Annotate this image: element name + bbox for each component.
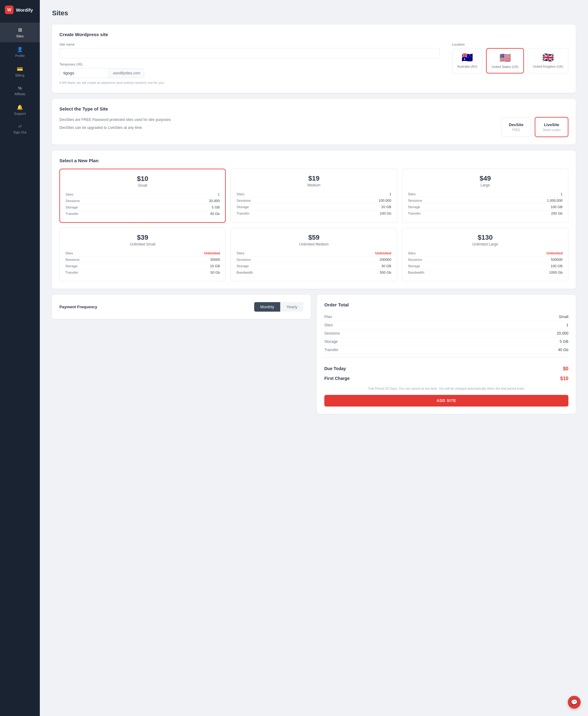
first-charge-value: $10 xyxy=(560,376,568,382)
type-dev-sub: FREE xyxy=(512,128,520,132)
plan-unlimitedlarge-price: $130 xyxy=(408,234,563,241)
signout-icon: ⏎ xyxy=(18,124,22,129)
flag-au: 🇦🇺 xyxy=(462,52,473,63)
location-label: Location xyxy=(452,43,568,46)
sidebar-nav: ⊞ Sites 👤 Profile 💳 Billing % Affiliate … xyxy=(0,23,40,138)
profile-icon: 👤 xyxy=(17,46,23,52)
order-first-charge: First Charge $10 xyxy=(324,375,568,383)
chat-icon: 💬 xyxy=(571,699,578,706)
plan-large[interactable]: $49 Large Sites1 Sessions1,000,000 Stora… xyxy=(402,169,568,223)
plan-unlimitedmedium-bandwidth: Bandwidth500 Gb xyxy=(236,269,391,276)
sidebar-item-billing[interactable]: 💳 Billing xyxy=(0,62,40,82)
site-type-card: Select the Type of Site DevSites are FRE… xyxy=(52,99,576,145)
sidebar-item-affiliate-label: Affiliate xyxy=(14,92,25,96)
location-us[interactable]: 🇺🇸 United States (US) xyxy=(486,48,524,73)
plan-unlimitedsmall-storage: Storage10 GB xyxy=(65,263,220,269)
flag-us: 🇺🇸 xyxy=(500,52,511,63)
sidebar-item-support[interactable]: 🔔 Support xyxy=(0,100,40,120)
site-type-desc: DevSites are FREE Password protected sit… xyxy=(59,117,495,133)
order-storage: Storage 5 GB xyxy=(324,338,568,346)
add-site-button[interactable]: ADD SITE xyxy=(324,395,568,407)
type-live[interactable]: LiveSite Select a plan xyxy=(535,117,568,137)
billing-icon: 💳 xyxy=(17,66,23,72)
logo-text: Wordify xyxy=(16,7,33,13)
form-hint: If left blank, we will create an awesome… xyxy=(59,81,440,85)
logo-icon: W xyxy=(5,5,14,14)
plan-unlimited-small[interactable]: $39 Unlimited Small SitesUnlimited Sessi… xyxy=(59,228,226,281)
plan-small-transfer: Transfer40 Gb xyxy=(65,211,219,217)
location-cards: 🇦🇺 Australia (AU) 🇺🇸 United States (US) … xyxy=(452,48,568,73)
first-charge-label: First Charge xyxy=(324,376,350,382)
type-live-name: LiveSite xyxy=(544,123,559,127)
plan-large-sites: Sites1 xyxy=(408,191,563,197)
plan-unlimitedmedium-sessions: Sessions200000 xyxy=(236,257,391,263)
plans-title: Select a New Plan xyxy=(59,158,568,163)
sites-icon: ⊞ xyxy=(18,27,22,33)
plan-unlimitedsmall-name: Unlimited Small xyxy=(65,242,220,246)
plan-small[interactable]: $10 Small Sites1 Sessions20,000 Storage5… xyxy=(59,169,226,223)
plan-small-storage: Storage5 GB xyxy=(65,204,219,211)
plan-large-sessions: Sessions1,000,000 xyxy=(408,197,563,204)
plan-medium-sites: Sites1 xyxy=(236,191,391,197)
sidebar-item-profile[interactable]: 👤 Profile xyxy=(0,42,40,62)
location-uk[interactable]: 🇬🇧 United Kingdom (UK) xyxy=(528,48,568,73)
location-au[interactable]: 🇦🇺 Australia (AU) xyxy=(452,48,482,73)
order-total-card: Order Total Plan Small Sites 1 Sessions … xyxy=(317,295,576,414)
order-plan: Plan Small xyxy=(324,313,568,321)
create-site-title: Create Wordpress site xyxy=(59,32,568,37)
plan-unlimitedmedium-name: Unlimited Medium xyxy=(236,242,391,246)
plan-unlimitedlarge-bandwidth: Bandwidth1000 Gb xyxy=(408,269,563,276)
sidebar-item-affiliate[interactable]: % Affiliate xyxy=(0,82,40,100)
location-us-name: United States (US) xyxy=(491,65,519,69)
plan-medium-name: Medium xyxy=(236,183,391,187)
site-type-title: Select the Type of Site xyxy=(59,106,568,111)
payment-frequency-label: Payment Frequency xyxy=(59,305,98,309)
temp-url-input[interactable] xyxy=(59,68,108,78)
sidebar-item-signout-label: Sign Out xyxy=(14,130,27,134)
sidebar-item-sites[interactable]: ⊞ Sites xyxy=(0,23,40,42)
site-type-desc1: DevSites are FREE Password protected sit… xyxy=(59,117,495,123)
plan-unlimitedsmall-transfer: Transfer50 Gb xyxy=(65,269,220,276)
freq-toggle: Monthly Yearly xyxy=(254,302,303,312)
plan-small-name: Small xyxy=(65,183,219,188)
yearly-btn[interactable]: Yearly xyxy=(280,302,303,312)
plan-unlimitedsmall-sites: SitesUnlimited xyxy=(65,250,220,257)
affiliate-icon: % xyxy=(18,86,22,91)
plan-unlimited-large[interactable]: $130 Unlimited Large SitesUnlimited Sess… xyxy=(402,228,568,281)
site-name-label: Site name xyxy=(59,43,440,46)
plan-unlimitedlarge-sessions: Sessions500000 xyxy=(408,257,563,263)
sidebar-item-signout[interactable]: ⏎ Sign Out xyxy=(0,120,40,138)
order-sessions: Sessions 20,000 xyxy=(324,329,568,338)
plan-unlimitedsmall-price: $39 xyxy=(65,234,220,241)
plan-small-sessions: Sessions20,000 xyxy=(65,198,219,204)
plan-unlimited-medium[interactable]: $59 Unlimited Medium SitesUnlimited Sess… xyxy=(231,228,397,281)
due-today-label: Due Today xyxy=(324,366,346,372)
sidebar-item-profile-label: Profile xyxy=(15,54,24,58)
plan-medium-price: $19 xyxy=(236,174,391,182)
plan-small-sites: Sites1 xyxy=(65,191,219,198)
chat-bubble[interactable]: 💬 xyxy=(568,696,581,709)
monthly-btn[interactable]: Monthly xyxy=(254,302,280,312)
plan-unlimitedlarge-sites: SitesUnlimited xyxy=(408,250,563,257)
site-name-input[interactable] xyxy=(59,48,440,58)
location-section: Location 🇦🇺 Australia (AU) 🇺🇸 United Sta… xyxy=(452,43,568,73)
order-note: Trial Period 30 Days. You can cancel at … xyxy=(324,386,568,391)
plan-large-storage: Storage100 GB xyxy=(408,204,563,210)
plans-grid: $10 Small Sites1 Sessions20,000 Storage5… xyxy=(59,169,568,281)
plan-large-transfer: Transfer200 Gb xyxy=(408,210,563,216)
plan-unlimitedmedium-price: $59 xyxy=(236,234,391,241)
plan-medium-sessions: Sessions100,000 xyxy=(236,197,391,204)
site-type-desc2: DevSites can be upgraded to LiveSites at… xyxy=(59,125,495,130)
plan-small-price: $10 xyxy=(65,175,219,183)
plan-medium[interactable]: $19 Medium Sites1 Sessions100,000 Storag… xyxy=(231,169,397,223)
logo[interactable]: W Wordify xyxy=(0,0,40,20)
temp-url-row: .wordifysites.com xyxy=(59,68,440,78)
plans-card: Select a New Plan $10 Small Sites1 Sessi… xyxy=(52,151,576,289)
plan-unlimitedlarge-name: Unlimited Large xyxy=(408,242,563,246)
sidebar-item-sites-label: Sites xyxy=(16,34,24,38)
payment-order-grid: Payment Frequency Monthly Yearly Order T… xyxy=(52,295,576,420)
create-site-card: Create Wordpress site Site name Temporar… xyxy=(52,24,576,93)
plan-medium-storage: Storage20 GB xyxy=(236,204,391,210)
order-transfer: Transfer 40 Gb xyxy=(324,346,568,354)
type-dev[interactable]: DevSite FREE xyxy=(501,117,531,137)
